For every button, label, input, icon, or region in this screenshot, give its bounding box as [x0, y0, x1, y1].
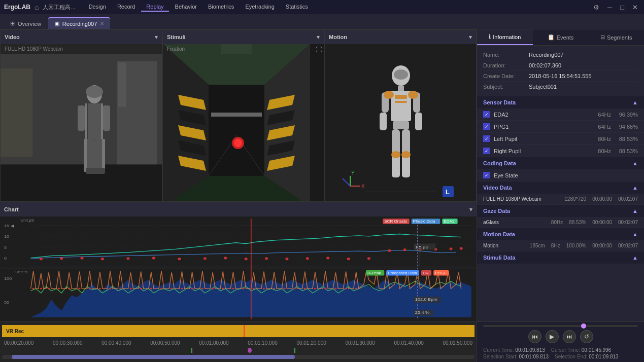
selection-info: Selection Start: 00:01:09.813 Selection … — [483, 354, 638, 359]
stimuli-data-header[interactable]: Stimuli Data ▲ — [477, 251, 644, 264]
svg-point-91 — [265, 257, 268, 260]
maximize-button[interactable]: □ — [618, 3, 626, 12]
nav-eyetracking[interactable]: Eyetracking — [240, 3, 279, 12]
gaze-data-header[interactable]: Gaze Data ▲ — [477, 205, 644, 217]
motion-data-header[interactable]: Motion Data ▲ — [477, 228, 644, 240]
svg-point-141 — [232, 288, 234, 289]
nav-biometrics[interactable]: Biometrics — [203, 3, 239, 12]
motion-name: Motion — [483, 243, 524, 248]
right-content: Name: Recording007 Duration: 00:02:07.36… — [477, 46, 644, 321]
svg-rect-58 — [415, 113, 422, 130]
nav-design[interactable]: Design — [84, 3, 111, 12]
sensor-left-pupil: ✓ Left Pupil 80Hz 88.53% — [477, 133, 644, 145]
duration-label: Duration: — [483, 62, 529, 68]
svg-point-136 — [181, 288, 183, 289]
scroll-bar[interactable] — [2, 355, 474, 359]
sensor-data-header[interactable]: Sensor Data ▲ — [477, 96, 644, 108]
motion-panel-title: Motion — [329, 34, 347, 40]
svg-point-130 — [119, 288, 121, 289]
tab-close-button[interactable]: ✕ — [100, 21, 104, 26]
svg-point-65 — [401, 151, 411, 158]
svg-text:25.4 %: 25.4 % — [415, 310, 430, 315]
nav-replay[interactable]: Replay — [141, 3, 168, 12]
rewind-button[interactable]: ⏮ — [528, 330, 541, 343]
svg-point-148 — [304, 288, 306, 289]
rightpupil-checkbox[interactable]: ✓ — [483, 148, 490, 154]
tab-events-label: Events — [557, 34, 574, 41]
tab-information[interactable]: ℹ Information — [477, 29, 533, 45]
motion-dropdown[interactable]: ▾ — [469, 34, 472, 41]
stimuli-dropdown[interactable]: ▾ — [317, 34, 320, 41]
nav-record[interactable]: Record — [112, 3, 140, 12]
motion-size: 185cm — [530, 243, 545, 248]
video-data-header[interactable]: Video Data ▲ — [477, 182, 644, 194]
eda2-checkbox[interactable]: ✓ — [483, 111, 490, 118]
tab-overview[interactable]: ⊞ Overview — [4, 18, 47, 29]
eyestate-checkbox[interactable]: ✓ — [483, 172, 490, 178]
leftpupil-checkbox[interactable]: ✓ — [483, 135, 490, 142]
timestamp-1: 00:00:30.000 — [53, 340, 82, 346]
motion-data-content: Motion 185cm 8Hz 100.00% 00:00:00 00:02:… — [477, 240, 644, 251]
stimuli-content: Fixation ⛶ — [163, 44, 324, 201]
svg-rect-56 — [380, 113, 387, 130]
tab-events[interactable]: 📋 Events — [533, 29, 589, 45]
svg-point-138 — [201, 288, 204, 289]
chart-dropdown[interactable]: ▾ — [469, 206, 472, 213]
tab-bar: ⊞ Overview ▣ Recording007 ✕ — [0, 14, 644, 29]
timestamp-0: 00:00:20.000 — [4, 340, 33, 346]
timestamp-6: 00:01:20.000 — [296, 340, 326, 346]
svg-text:Y: Y — [351, 170, 355, 176]
tab-recording007[interactable]: ▣ Recording007 ✕ — [48, 17, 111, 29]
chart-area: Chart ▾ 15 ◀ — [0, 202, 477, 362]
svg-text:15 ◀: 15 ◀ — [4, 223, 14, 228]
nav-behavior[interactable]: Behavior — [170, 3, 202, 12]
grid-icon: ⊞ — [10, 20, 15, 27]
sensor-right-pupil: ✓ Right Pupil 80Hz 88.53% — [477, 145, 644, 157]
svg-point-95 — [347, 258, 350, 260]
ppg1-checkbox[interactable]: ✓ — [483, 123, 490, 130]
progress-line[interactable] — [483, 325, 638, 327]
play-button[interactable]: ▶ — [546, 330, 559, 343]
selection-end-value: 00:01:09.813 — [589, 354, 618, 359]
motion-duration: 00:02:07 — [618, 243, 638, 248]
svg-point-66 — [384, 91, 394, 99]
settings-icon[interactable]: ⚙ — [591, 3, 601, 12]
svg-point-123 — [48, 288, 50, 289]
svg-point-93 — [306, 257, 309, 260]
svg-rect-1 — [1, 164, 162, 201]
cursor-time-value: 00:01:45.996 — [582, 347, 611, 353]
svg-rect-53 — [395, 95, 407, 99]
svg-point-85 — [126, 257, 129, 260]
minimize-button[interactable]: ─ — [605, 3, 614, 12]
createdate-value: 2018-05-16 15:54:51.555 — [529, 73, 592, 79]
svg-text:Unit:%: Unit:% — [15, 270, 27, 274]
timeline-bar[interactable]: VR Rec — [2, 325, 474, 337]
name-label: Name: — [483, 52, 529, 58]
video-panel-title: Video — [5, 34, 20, 40]
svg-point-97 — [388, 249, 391, 252]
svg-rect-11 — [78, 105, 85, 131]
svg-point-149 — [314, 288, 316, 289]
loop-button[interactable]: ↺ — [580, 330, 593, 343]
content-area: Video ▾ FULL HD 1080P Webcam — [0, 29, 477, 362]
svg-point-137 — [191, 288, 193, 289]
svg-point-121 — [32, 288, 35, 289]
svg-point-89 — [224, 257, 227, 259]
video-sub-label: FULL HD 1080P Webcam — [1, 44, 162, 54]
video-dropdown[interactable]: ▾ — [155, 34, 158, 41]
svg-text:5: 5 — [4, 245, 7, 249]
close-button[interactable]: ✕ — [630, 3, 640, 12]
info-name-row: Name: Recording007 — [483, 50, 638, 60]
fullscreen-button[interactable]: ⛶ — [316, 46, 322, 53]
coding-data-header[interactable]: Coding Data ▲ — [477, 157, 644, 169]
fast-forward-button[interactable]: ⏭ — [563, 330, 576, 343]
timestamp-5: 00:01:10.000 — [248, 340, 277, 346]
svg-point-102 — [460, 247, 463, 249]
video-data-row: FULL HD 1080P Webcam 1280*720 00:00:00 0… — [477, 194, 644, 205]
svg-text:L: L — [446, 188, 450, 196]
nav-statistics[interactable]: Statistics — [281, 3, 313, 12]
tab-segments[interactable]: ⊟ Segments — [588, 29, 644, 45]
svg-rect-59 — [393, 121, 409, 129]
gaze-hz: 80Hz — [551, 220, 563, 225]
subject-label: Subject: — [483, 84, 529, 90]
